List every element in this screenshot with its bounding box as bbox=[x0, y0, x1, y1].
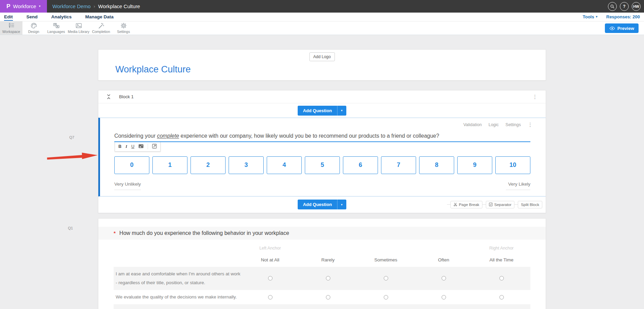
add-question-dropdown-button[interactable]: ▾ bbox=[337, 200, 346, 209]
question-kebab-button[interactable]: ⋮ bbox=[528, 122, 533, 127]
ribbon-item-media-library[interactable]: Media Library bbox=[67, 21, 90, 35]
matrix-table: Left Anchor Right Anchor Not at All Rare… bbox=[98, 246, 546, 309]
palette-icon bbox=[30, 22, 37, 29]
nps-option-5[interactable]: 5 bbox=[305, 156, 340, 174]
radio-button[interactable] bbox=[442, 295, 446, 299]
radio-button[interactable] bbox=[384, 276, 388, 280]
right-anchor-placeholder[interactable]: Right Anchor bbox=[473, 246, 530, 251]
add-question-button[interactable]: Add Question bbox=[298, 200, 337, 209]
column-header-3[interactable]: Often bbox=[415, 257, 473, 262]
radio-button[interactable] bbox=[326, 295, 330, 299]
breadcrumb-project-link[interactable]: Workforce Demo bbox=[52, 3, 90, 9]
column-header-0[interactable]: Not at All bbox=[241, 257, 299, 262]
column-header-2[interactable]: Sometimes bbox=[357, 257, 415, 262]
matrix-statement[interactable]: We evaluate the quality of the decisions… bbox=[114, 290, 241, 304]
ribbon-item-languages[interactable]: Languages bbox=[45, 21, 67, 35]
ribbon-label-workspace: Workspace bbox=[2, 30, 20, 34]
radio-button[interactable] bbox=[442, 276, 446, 280]
add-question-button[interactable]: Add Question bbox=[298, 106, 337, 116]
nps-option-3[interactable]: 3 bbox=[229, 156, 264, 174]
ribbon-item-workspace[interactable]: Workspace bbox=[0, 21, 22, 35]
nps-option-10[interactable]: 10 bbox=[495, 156, 530, 174]
red-arrow-annotation bbox=[47, 150, 98, 161]
responses-count[interactable]: Responses: 200 bbox=[606, 14, 640, 19]
nps-option-2[interactable]: 2 bbox=[191, 156, 226, 174]
ribbon-label-media-library: Media Library bbox=[68, 30, 89, 34]
ribbon-label-languages: Languages bbox=[47, 30, 65, 34]
help-button[interactable]: ? bbox=[620, 2, 629, 11]
radio-button[interactable] bbox=[268, 295, 273, 299]
right-anchor-label[interactable]: Very Likely bbox=[506, 182, 530, 190]
ribbon-item-completion[interactable]: Completion bbox=[90, 21, 112, 35]
q7-text-prefix: Considering your bbox=[114, 133, 157, 139]
radio-button[interactable] bbox=[384, 295, 388, 299]
left-anchor-placeholder[interactable]: Left Anchor bbox=[241, 246, 299, 251]
nps-option-7[interactable]: 7 bbox=[381, 156, 416, 174]
radio-button[interactable] bbox=[499, 295, 504, 299]
insert-image-button[interactable] bbox=[138, 144, 144, 149]
preview-button[interactable]: Preview bbox=[605, 23, 639, 33]
app-name: Workforce bbox=[13, 3, 36, 9]
add-logo-button[interactable]: Add Logo bbox=[309, 52, 335, 61]
radio-button[interactable] bbox=[499, 276, 504, 280]
page-break-button[interactable]: Page Break bbox=[450, 201, 482, 208]
wand-icon bbox=[98, 22, 105, 29]
nps-option-4[interactable]: 4 bbox=[267, 156, 302, 174]
column-header-4[interactable]: All the Time bbox=[473, 257, 530, 262]
radio-button[interactable] bbox=[268, 276, 273, 280]
nps-anchors: Very Unlikely Very Likely bbox=[114, 182, 530, 190]
collapse-block-button[interactable] bbox=[106, 94, 111, 99]
tools-menu-button[interactable]: Tools ▾ bbox=[583, 14, 597, 19]
block-name[interactable]: Block 1 bbox=[119, 94, 134, 99]
app-switcher-button[interactable]: P Workforce ▾ bbox=[0, 0, 47, 13]
tab-edit-label: Edit bbox=[4, 14, 13, 19]
italic-button[interactable]: I bbox=[126, 144, 127, 149]
search-icon bbox=[610, 4, 615, 9]
add-question-row-top: Add Question ▾ bbox=[98, 103, 546, 118]
ribbon-item-design[interactable]: Design bbox=[22, 21, 45, 35]
tab-send-label: Send bbox=[27, 14, 38, 19]
required-asterisk: * bbox=[114, 230, 116, 236]
search-button[interactable] bbox=[608, 2, 617, 11]
settings-link[interactable]: Settings bbox=[506, 122, 521, 127]
separator-button[interactable]: Separator bbox=[486, 201, 515, 208]
eye-icon bbox=[609, 26, 615, 31]
block-header: Block 1 ⋮ bbox=[98, 90, 546, 103]
ribbon-item-settings[interactable]: Settings bbox=[112, 21, 135, 35]
nps-option-0[interactable]: 0 bbox=[114, 156, 149, 174]
left-anchor-label[interactable]: Very Unlikely bbox=[114, 182, 141, 190]
split-block-button[interactable]: Split Block bbox=[518, 201, 542, 208]
edit-external-icon bbox=[152, 144, 157, 149]
validation-link[interactable]: Validation bbox=[463, 122, 482, 127]
column-header-1[interactable]: Rarely bbox=[299, 257, 357, 262]
nps-option-1[interactable]: 1 bbox=[152, 156, 187, 174]
q7-text-emphasis: complete bbox=[157, 133, 179, 139]
image-icon bbox=[138, 144, 144, 148]
add-question-dropdown-button[interactable]: ▾ bbox=[337, 106, 346, 116]
tab-manage-data[interactable]: Manage Data bbox=[85, 13, 114, 21]
question-text-q1[interactable]: How much do you experience the following… bbox=[119, 230, 289, 236]
matrix-statement[interactable]: I am at ease and comfortable when I'm ar… bbox=[114, 267, 241, 290]
logic-link[interactable]: Logic bbox=[489, 122, 499, 127]
tab-edit[interactable]: Edit bbox=[4, 13, 13, 21]
question-q7[interactable]: Validation Logic Settings ⋮ Considering … bbox=[98, 118, 546, 196]
tab-analytics[interactable]: Analytics bbox=[51, 13, 72, 21]
bold-button[interactable]: B bbox=[118, 144, 121, 149]
survey-title[interactable]: Workplace Culture bbox=[115, 64, 191, 75]
nps-option-6[interactable]: 6 bbox=[343, 156, 378, 174]
avatar[interactable]: HW bbox=[632, 2, 641, 11]
underline-button[interactable]: U bbox=[131, 144, 134, 149]
rich-content-editor-button[interactable] bbox=[152, 144, 157, 150]
nps-option-9[interactable]: 9 bbox=[457, 156, 492, 174]
matrix-statement[interactable]: Work is shared based not on who owns it,… bbox=[114, 304, 241, 309]
question-text-q7[interactable]: Considering your complete experience wit… bbox=[114, 133, 530, 139]
matrix-row-0: I am at ease and comfortable when I'm ar… bbox=[114, 267, 530, 290]
tab-send[interactable]: Send bbox=[27, 13, 38, 21]
question-q1-card[interactable]: * How much do you experience the followi… bbox=[98, 218, 546, 309]
matrix-row-2: Work is shared based not on who owns it,… bbox=[114, 304, 530, 309]
gear-icon bbox=[120, 22, 127, 29]
image-icon bbox=[75, 22, 82, 29]
block-menu-button[interactable]: ⋮ bbox=[532, 94, 538, 99]
radio-button[interactable] bbox=[326, 276, 330, 280]
nps-option-8[interactable]: 8 bbox=[419, 156, 454, 174]
